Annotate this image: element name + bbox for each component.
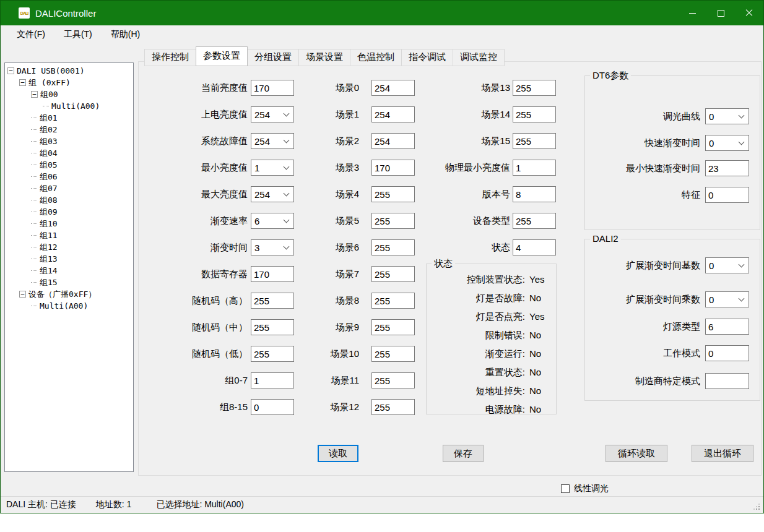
fast-fade-time-combobox[interactable]: 0 — [705, 135, 749, 151]
scene-2-label: 场景2 — [281, 133, 359, 149]
read-button[interactable]: 读取 — [318, 445, 358, 462]
light-source-type-input[interactable] — [705, 319, 749, 335]
ext-fade-time-multiplier-combobox[interactable]: 0 — [705, 291, 749, 307]
manufacturer-specific-mode-input[interactable] — [705, 373, 749, 389]
tab-operation-control[interactable]: 操作控制 — [144, 49, 196, 66]
tree-item[interactable]: −组 (0xFF) — [5, 77, 133, 88]
tree-item-label: 组01 — [40, 113, 58, 124]
minimize-button[interactable] — [678, 1, 706, 25]
maximize-button[interactable] — [706, 1, 735, 25]
chevron-down-icon — [739, 139, 745, 145]
power-on-brightness-label: 上电亮度值 — [139, 106, 248, 122]
tree-item[interactable]: 组05 — [5, 159, 133, 171]
features-input[interactable] — [705, 187, 749, 203]
app-icon: DALI — [19, 7, 30, 19]
version-number-input[interactable] — [513, 186, 556, 202]
tree-item[interactable]: Multi(A00) — [5, 300, 133, 312]
scene-14-input[interactable] — [513, 106, 556, 122]
tree-item[interactable]: 组08 — [5, 194, 133, 206]
collapse-minus-icon[interactable]: − — [19, 79, 26, 86]
dimming-curve-label: 调光曲线 — [585, 108, 700, 124]
tree-item[interactable]: 组09 — [5, 206, 133, 218]
collapse-minus-icon[interactable]: − — [19, 291, 26, 298]
close-button[interactable] — [735, 1, 763, 25]
collapse-minus-icon[interactable]: − — [31, 91, 38, 98]
tab-group-settings[interactable]: 分组设置 — [247, 49, 299, 66]
scene-15-input[interactable] — [513, 133, 556, 149]
menu-item-help[interactable]: 帮助(H) — [105, 27, 146, 43]
tree-item-label: 组00 — [40, 89, 58, 100]
tab-parameter-settings[interactable]: 参数设置 — [196, 46, 248, 66]
scene-13-input[interactable] — [513, 80, 556, 96]
tree-item[interactable]: −组00 — [5, 88, 133, 100]
dimming-curve-combobox[interactable]: 0 — [705, 108, 749, 124]
tree-item[interactable]: Multi(A00) — [5, 100, 133, 112]
menu-item-tools[interactable]: 工具(T) — [58, 27, 98, 43]
tree-item[interactable]: 组03 — [5, 135, 133, 147]
status-groupbox: 状态 控制装置状态:Yes灯是否故障:No灯是否点亮:Yes限制错误:No渐变运… — [426, 264, 557, 414]
scene-12-label: 场景12 — [281, 399, 359, 415]
scene-8-input[interactable] — [371, 293, 415, 309]
app-window: DALI DALIController 文件(F)工具(T)帮助(H) −DAL… — [0, 0, 764, 513]
tree-item[interactable]: −DALI USB(0001) — [5, 65, 133, 77]
tree-item-label: 组11 — [40, 230, 58, 241]
scene-14-label: 场景14 — [374, 106, 510, 122]
exit-loop-button[interactable]: 退出循环 — [692, 445, 753, 462]
tab-debug-monitor[interactable]: 调试监控 — [453, 49, 505, 66]
loop-read-button[interactable]: 循环读取 — [606, 445, 667, 462]
save-button[interactable]: 保存 — [443, 445, 484, 462]
tab-color-temp-control[interactable]: 色温控制 — [350, 49, 402, 66]
fade-rate-label: 渐变速率 — [139, 213, 248, 229]
tree-item-label: 组06 — [40, 171, 58, 182]
tree-item[interactable]: 组01 — [5, 112, 133, 124]
scene-10-input[interactable] — [371, 346, 415, 362]
min-fast-fade-time-input[interactable] — [705, 160, 749, 176]
tree-item[interactable]: 组10 — [5, 218, 133, 230]
tree-item[interactable]: 组15 — [5, 277, 133, 288]
operating-mode-input[interactable] — [705, 345, 749, 361]
tree-connector-icon — [31, 153, 37, 153]
tree-item[interactable]: 组11 — [5, 230, 133, 241]
physical-min-brightness-label: 物理最小亮度值 — [374, 160, 510, 176]
tree-item-label: 组12 — [40, 242, 58, 253]
minimize-icon — [689, 13, 696, 14]
system-failure-value-value: 254 — [251, 136, 284, 147]
tree-connector-icon — [31, 165, 37, 165]
window-controls — [678, 1, 763, 25]
scene-9-input[interactable] — [371, 319, 415, 335]
collapse-minus-icon[interactable]: − — [7, 67, 14, 74]
device-type-input[interactable] — [513, 213, 556, 229]
tree-item[interactable]: 组13 — [5, 253, 133, 265]
scene-12-input[interactable] — [371, 399, 415, 415]
host-status-text: DALI 主机: 已连接 — [6, 499, 76, 510]
tree-item[interactable]: 组07 — [5, 182, 133, 194]
linear-dimming-checkbox[interactable] — [561, 484, 570, 493]
tree-item[interactable]: 组14 — [5, 265, 133, 277]
tree-item[interactable]: −设备（广播0xFF） — [5, 288, 133, 300]
tree-item[interactable]: 组12 — [5, 241, 133, 253]
scene-10-label: 场景10 — [281, 346, 359, 362]
tree-connector-icon — [31, 270, 37, 271]
status-value-input[interactable] — [513, 239, 556, 255]
client-area: −DALI USB(0001)−组 (0xFF)−组00Multi(A00)组0… — [1, 44, 763, 496]
ext-fade-time-base-combobox[interactable]: 0 — [705, 257, 749, 273]
address-count-text: 地址数: 1 — [96, 499, 132, 510]
tree-item[interactable]: 组02 — [5, 124, 133, 135]
close-icon — [745, 9, 753, 17]
scene-9-label: 场景9 — [281, 319, 359, 335]
scene-11-input[interactable] — [371, 372, 415, 388]
parameter-settings-page: 状态 控制装置状态:Yes灯是否故障:No灯是否点亮:Yes限制错误:No渐变运… — [138, 61, 762, 476]
tab-scene-settings[interactable]: 场景设置 — [298, 49, 350, 66]
tab-command-debug[interactable]: 指令调试 — [401, 49, 453, 66]
resize-grip-icon[interactable] — [758, 508, 760, 510]
tree-item[interactable]: 组06 — [5, 171, 133, 182]
fast-fade-time-value: 0 — [706, 138, 739, 148]
menu-item-file[interactable]: 文件(F) — [11, 27, 51, 43]
scene-7-input[interactable] — [371, 266, 415, 282]
tree-item[interactable]: 组04 — [5, 147, 133, 159]
physical-min-brightness-input[interactable] — [513, 160, 556, 176]
system-failure-value-label: 系统故障值 — [139, 133, 248, 149]
maximize-icon — [718, 10, 724, 17]
tree-item-label: 组07 — [40, 183, 58, 194]
status-row-label: 灯是否点亮: — [427, 310, 525, 324]
